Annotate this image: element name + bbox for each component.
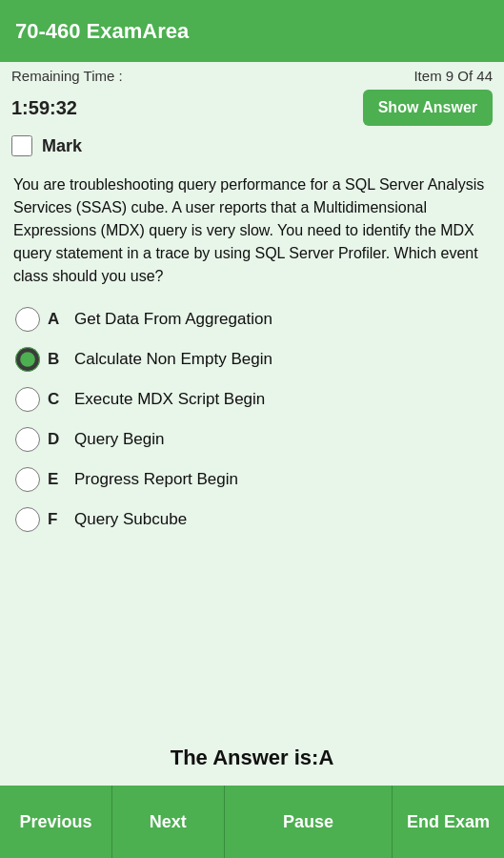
- bottom-bar: Previous Next Pause End Exam: [0, 786, 504, 858]
- option-text-d: Query Begin: [74, 430, 165, 449]
- next-button[interactable]: Next: [112, 786, 225, 858]
- answer-area: The Answer is:A: [0, 538, 504, 786]
- options-list: AGet Data From AggregationBCalculate Non…: [0, 301, 504, 538]
- option-letter-d: D: [48, 430, 67, 449]
- option-row-b[interactable]: BCalculate Non Empty Begin: [10, 341, 494, 378]
- option-row-f[interactable]: FQuery Subcube: [10, 501, 494, 538]
- option-text-e: Progress Report Begin: [74, 470, 238, 489]
- item-info: Item 9 Of 44: [413, 68, 493, 84]
- mark-label[interactable]: Mark: [42, 136, 82, 156]
- option-letter-b: B: [48, 350, 67, 369]
- end-exam-button[interactable]: End Exam: [393, 786, 504, 858]
- subheader-row: Remaining Time : Item 9 Of 44: [0, 62, 504, 86]
- timer-display: 1:59:32: [11, 97, 77, 119]
- mark-checkbox[interactable]: [11, 135, 32, 156]
- option-row-a[interactable]: AGet Data From Aggregation: [10, 301, 494, 337]
- remaining-label: Remaining Time :: [11, 68, 123, 84]
- option-radio-a[interactable]: [15, 307, 40, 332]
- option-text-c: Execute MDX Script Begin: [74, 390, 265, 409]
- option-text-a: Get Data From Aggregation: [74, 310, 272, 329]
- option-radio-e[interactable]: [15, 467, 40, 492]
- option-radio-c[interactable]: [15, 387, 40, 412]
- app-title: 70-460 ExamArea: [15, 19, 189, 44]
- option-row-e[interactable]: EProgress Report Begin: [10, 461, 494, 498]
- mark-row: Mark: [0, 132, 504, 166]
- question-text: You are troubleshooting query performanc…: [0, 166, 504, 301]
- app-header: 70-460 ExamArea: [0, 0, 504, 62]
- option-radio-b[interactable]: [15, 347, 40, 372]
- option-letter-f: F: [48, 510, 67, 529]
- show-answer-button[interactable]: Show Answer: [363, 90, 493, 126]
- option-radio-d[interactable]: [15, 427, 40, 452]
- answer-text: The Answer is:A: [171, 746, 334, 770]
- previous-button[interactable]: Previous: [0, 786, 112, 858]
- option-row-c[interactable]: CExecute MDX Script Begin: [10, 381, 494, 418]
- option-radio-f[interactable]: [15, 507, 40, 532]
- timer-row: 1:59:32 Show Answer: [0, 86, 504, 132]
- option-letter-a: A: [48, 310, 67, 329]
- option-text-f: Query Subcube: [74, 510, 187, 529]
- option-letter-e: E: [48, 470, 67, 489]
- pause-button[interactable]: Pause: [225, 786, 393, 858]
- option-text-b: Calculate Non Empty Begin: [74, 350, 272, 369]
- option-letter-c: C: [48, 390, 67, 409]
- option-row-d[interactable]: DQuery Begin: [10, 421, 494, 458]
